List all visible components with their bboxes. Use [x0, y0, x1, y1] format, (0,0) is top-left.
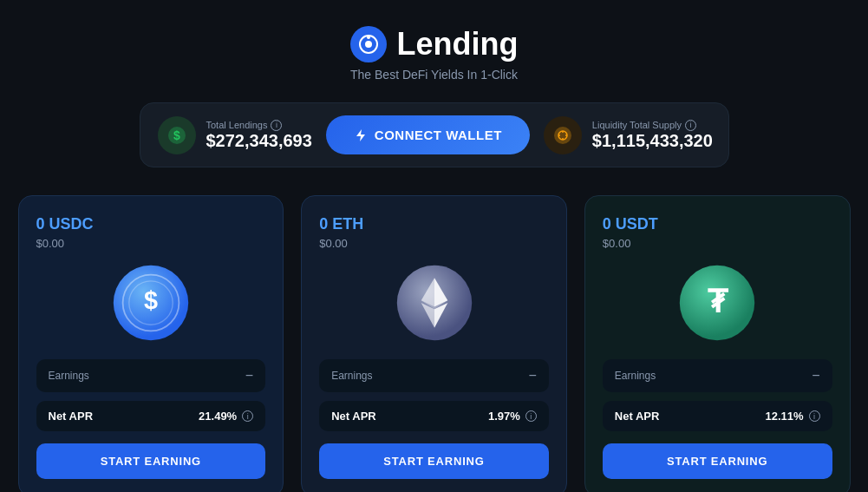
usdc-start-earning-button[interactable]: START EARNING — [36, 443, 266, 479]
eth-earnings-toggle[interactable]: − — [529, 368, 537, 384]
svg-point-5 — [554, 127, 571, 144]
svg-text:$: $ — [144, 286, 158, 314]
usdt-apr-info-icon[interactable]: i — [809, 410, 820, 422]
eth-icon-wrap — [319, 264, 549, 342]
usdc-earnings-section: Earnings − — [36, 359, 266, 392]
eth-usd: $0.00 — [319, 237, 549, 250]
svg-text:$: $ — [173, 128, 180, 142]
eth-coin-icon — [395, 264, 473, 342]
total-lendings-icon: $ — [158, 116, 196, 154]
usdt-apr-label: Net APR — [615, 410, 660, 423]
eth-earnings-section: Earnings − — [319, 359, 549, 392]
lightning-icon — [354, 128, 368, 142]
usdc-icon-wrap: $ — [36, 264, 266, 342]
connect-wallet-button[interactable]: CONNECT WALLET — [326, 115, 530, 154]
page-subtitle: The Best DeFi Yields In 1-Click — [350, 68, 518, 82]
total-lendings-value: $272,343,693 — [206, 131, 312, 151]
svg-point-1 — [365, 41, 372, 48]
eth-apr-row: Net APR 1.97% i — [319, 401, 549, 431]
liquidity-info-icon[interactable]: i — [685, 120, 696, 131]
liquidity-stat: Liquidity Total Supply i $1,115,433,320 — [544, 116, 713, 154]
liquidity-icon — [544, 116, 582, 154]
cards-container: 0 USDC $0.00 $ Earnings − — [18, 195, 851, 492]
usdt-apr-row: Net APR 12.11% i — [603, 401, 832, 431]
eth-currency: 0 ETH — [319, 215, 549, 233]
usdc-usd: $0.00 — [36, 237, 266, 250]
svg-text:₮: ₮ — [708, 284, 729, 319]
liquidity-value: $1,115,433,320 — [592, 131, 713, 151]
usdc-coin-icon: $ — [112, 264, 190, 342]
eth-card: 0 ETH $0.00 Earnings − — [301, 195, 567, 492]
usdc-apr-row: Net APR 21.49% i — [36, 401, 266, 431]
usdt-coin-icon: ₮ — [678, 264, 756, 342]
total-lendings-label: Total Lendings i — [206, 120, 312, 131]
usdt-start-earning-button[interactable]: START EARNING — [603, 443, 832, 479]
top-bar: $ Total Lendings i $272,343,693 CONNECT … — [140, 102, 729, 167]
usdc-earnings-label: Earnings — [49, 370, 89, 382]
page-header: Lending The Best DeFi Yields In 1-Click — [350, 26, 519, 82]
usdt-earnings-section: Earnings − — [603, 359, 832, 392]
app-logo — [350, 26, 387, 62]
eth-apr-value: 1.97% — [488, 410, 520, 423]
eth-earnings-label: Earnings — [331, 370, 372, 382]
eth-start-earning-button[interactable]: START EARNING — [319, 443, 549, 479]
usdc-currency: 0 USDC — [36, 215, 266, 233]
page-title: Lending — [397, 26, 519, 62]
usdc-card: 0 USDC $0.00 $ Earnings − — [18, 195, 284, 492]
total-lendings-info-icon[interactable]: i — [271, 120, 282, 131]
usdt-earnings-toggle[interactable]: − — [812, 368, 819, 384]
usdc-apr-label: Net APR — [49, 410, 94, 423]
eth-apr-label: Net APR — [331, 410, 376, 423]
usdc-apr-info-icon[interactable]: i — [242, 410, 253, 422]
usdt-apr-value: 12.11% — [765, 410, 803, 423]
usdt-earnings-label: Earnings — [615, 370, 656, 382]
usdt-card: 0 USDT $0.00 ₮ Earnings − Net APR — [584, 195, 851, 492]
liquidity-label: Liquidity Total Supply i — [592, 120, 713, 131]
usdc-earnings-toggle[interactable]: − — [245, 368, 253, 384]
eth-apr-info-icon[interactable]: i — [525, 410, 537, 422]
usdt-currency: 0 USDT — [603, 215, 832, 233]
total-lendings-stat: $ Total Lendings i $272,343,693 — [158, 116, 312, 154]
usdc-apr-value: 21.49% — [199, 410, 237, 423]
svg-point-2 — [367, 36, 370, 39]
usdt-icon-wrap: ₮ — [603, 264, 832, 342]
usdt-usd: $0.00 — [603, 237, 832, 250]
